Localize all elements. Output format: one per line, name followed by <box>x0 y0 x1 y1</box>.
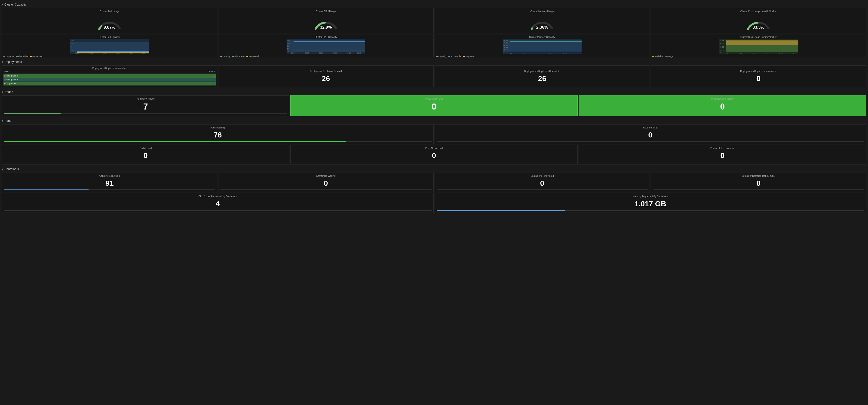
pods-title: Pods <box>4 119 11 123</box>
number-of-nodes-value: 7 <box>143 102 148 111</box>
memory-requested-value: 1.017 GB <box>634 200 666 208</box>
containers-waiting-value: 0 <box>324 179 328 188</box>
containers-top-row: Containers Running 91 Containers Waiting… <box>2 173 866 192</box>
cluster-disk-usage-svg: 40 GB 30 GB 20 GB 10 GB 0 22:50 22:55 23… <box>652 39 865 54</box>
svg-text:23:05: 23:05 <box>549 53 553 54</box>
deploy-row-value-2: 1 <box>214 82 215 85</box>
svg-rect-32 <box>503 40 581 52</box>
containers-section-header[interactable]: Containers <box>2 166 866 172</box>
svg-text:22:50: 22:50 <box>507 53 512 54</box>
deploy-unavailable-title: Deployments Replicas -Unavailable <box>653 70 864 72</box>
cpu-cores-requested-progress <box>4 210 432 211</box>
number-of-nodes-bar <box>4 113 61 114</box>
cluster-pod-capacity-chart: Cluster Pod Capacity 800 600 400 200 22:… <box>2 34 217 57</box>
deploy-metric-header: Metric ↑ <box>4 70 12 72</box>
svg-text:23:10: 23:10 <box>563 53 567 54</box>
cluster-disk-usage-chart: Cluster Disk Usage - /var/lib/docker 40 … <box>651 34 866 57</box>
cluster-memory-usage-value: 2.36% <box>536 25 548 30</box>
svg-text:23:00: 23:00 <box>535 53 539 54</box>
cluster-cpu-usage-value: 32.9% <box>320 25 332 30</box>
deploy-row-value-0: 1 <box>214 75 215 77</box>
cluster-pod-usage-value: 9.87% <box>103 25 115 30</box>
deploy-unavailable-value: 0 <box>756 74 761 83</box>
svg-text:23:15: 23:15 <box>789 53 794 54</box>
svg-text:23:15: 23:15 <box>573 53 578 54</box>
pods-section-header[interactable]: Pods <box>2 118 866 123</box>
cluster-disk-usage-container: 33.3% <box>745 14 772 30</box>
pods-failed-value: 0 <box>144 151 148 160</box>
deploy-row-metric-1: zozo1-grafana <box>4 78 18 81</box>
deploy-row-metric-2: wes-grafana <box>4 82 16 85</box>
deployments-section-header[interactable]: Deployments <box>2 59 866 64</box>
cluster-pod-capacity-legend: Capacity Allocatable Requested <box>3 55 216 58</box>
containers-bottom-row: CPU Cores Requested by Containers 4 Memo… <box>2 193 866 213</box>
cluster-memory-capacity-legend: Capacity Allocatable Requested <box>436 55 648 58</box>
container-restarts-value: 0 <box>756 179 761 188</box>
cluster-memory-capacity-svg: 50 GB 40 GB 30 GB 20 GB 10 GB 0 22:50 22… <box>436 39 648 54</box>
deploy-table-row: zozo2-grafana 1 <box>3 74 216 78</box>
svg-text:10.0: 10.0 <box>287 42 290 44</box>
nodes-out-of-disk-title: Nodes Out of Disk <box>292 98 576 100</box>
svg-text:23:00: 23:00 <box>319 52 323 54</box>
cluster-capacity-section-header[interactable]: Cluster Capacity <box>2 2 866 7</box>
svg-text:40 GB: 40 GB <box>503 42 508 44</box>
cluster-pod-capacity-svg: 800 600 400 200 22:50 22:55 23:00 23:05 … <box>3 39 216 54</box>
cluster-cpu-usage-title: Cluster CPU Usage <box>316 10 336 13</box>
cpu-cores-requested-title: CPU Cores Requested by Containers <box>4 195 432 198</box>
svg-text:40 GB: 40 GB <box>720 40 724 41</box>
svg-text:22:55: 22:55 <box>738 53 742 54</box>
deploy-table-title: Deployment Replicas - up-to-date <box>3 67 216 70</box>
cluster-cpu-usage-container: 32.9% <box>312 14 340 30</box>
containers-waiting-panel: Containers Waiting 0 <box>218 173 434 192</box>
deploy-row: Deployment Replicas - up-to-date Metric … <box>2 65 866 87</box>
nodes-section-header[interactable]: Nodes <box>2 89 866 95</box>
containers-terminated-progress <box>437 190 648 190</box>
cluster-cpu-capacity-chart: Cluster CPU Capacity 12.5 10.0 7.5 5.0 2… <box>218 34 434 57</box>
svg-text:22:55: 22:55 <box>521 53 525 54</box>
pods-running-title: Pods Running <box>4 126 432 129</box>
deploy-table-row: zozo1-grafana 1 <box>3 78 216 81</box>
pods-unknown-panel: Pods - Status Unknown 0 <box>579 145 866 165</box>
svg-text:12.5: 12.5 <box>287 40 290 41</box>
cluster-pod-usage-title: Cluster Pod Usage <box>100 10 119 13</box>
pods-succeeded-progress <box>292 162 576 162</box>
svg-text:22:55: 22:55 <box>305 52 309 54</box>
containers-waiting-progress <box>220 190 432 190</box>
container-restarts-title: Container Restarts (last 30 mins) <box>653 175 864 177</box>
pods-succeeded-value: 0 <box>432 151 436 160</box>
cluster-pod-usage-gauge: Cluster Pod Usage 9.87% <box>2 8 217 33</box>
cluster-memory-capacity-title: Cluster Memory Capacity <box>436 36 648 38</box>
containers-title: Containers <box>4 167 19 171</box>
svg-text:23:05: 23:05 <box>333 52 337 54</box>
deploy-table-header: Metric ↑ Current <box>3 70 216 73</box>
cluster-memory-usage-title: Cluster Memory Usage <box>530 10 554 13</box>
pods-pending-value: 0 <box>648 131 652 139</box>
number-of-nodes-panel: Number of Nodes 7 <box>2 95 289 116</box>
cluster-pod-capacity-title: Cluster Pod Capacity <box>3 36 216 38</box>
pods-pending-panel: Pods Pending 0 <box>435 124 866 144</box>
svg-text:23:00: 23:00 <box>751 53 756 54</box>
svg-text:50 GB: 50 GB <box>503 40 508 41</box>
pods-running-progress <box>4 141 432 142</box>
pods-running-value: 76 <box>214 131 222 139</box>
deploy-row-value-1: 1 <box>214 78 215 81</box>
svg-text:0: 0 <box>503 51 504 53</box>
svg-rect-49 <box>726 40 798 45</box>
svg-text:7.5: 7.5 <box>287 45 289 47</box>
nodes-title: Nodes <box>4 90 13 94</box>
dashboard: Cluster Capacity Cluster Pod Usage 9.87%… <box>0 0 868 215</box>
pods-pending-progress <box>437 141 864 142</box>
nodes-out-of-disk-value: 0 <box>432 102 436 111</box>
svg-text:400: 400 <box>71 46 73 48</box>
svg-text:23:15: 23:15 <box>357 52 361 54</box>
svg-text:22:50: 22:50 <box>724 53 728 54</box>
deploy-current-header: Current <box>208 70 215 72</box>
number-of-nodes-title: Number of Nodes <box>4 98 287 100</box>
unschedulable-nodes-title: Unschedulable Nodes <box>581 98 864 100</box>
cluster-cpu-usage-gauge: Cluster CPU Usage 32.9% <box>218 8 434 33</box>
cpu-cores-requested-value: 4 <box>216 200 220 208</box>
pods-unknown-value: 0 <box>720 151 724 160</box>
cpu-cores-requested-panel: CPU Cores Requested by Containers 4 <box>2 193 434 213</box>
pods-running-bar <box>4 141 346 142</box>
svg-text:23:05: 23:05 <box>765 53 770 54</box>
